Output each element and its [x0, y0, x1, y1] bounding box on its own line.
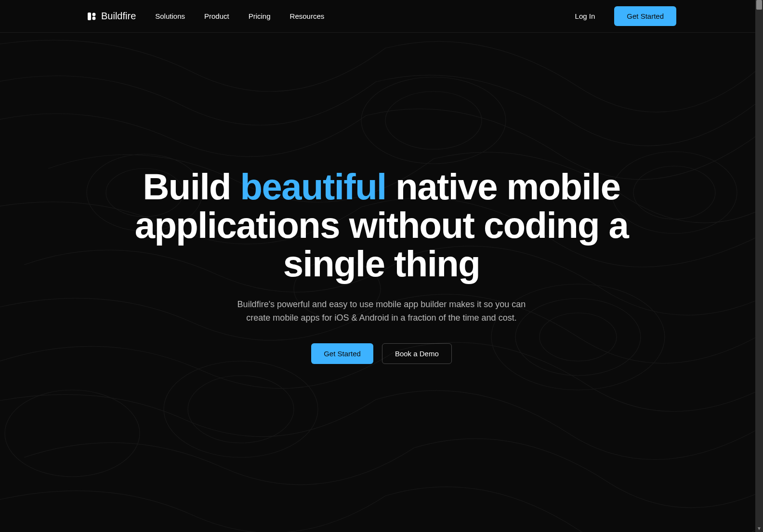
svg-point-15: [92, 16, 96, 20]
hero-get-started-button[interactable]: Get Started: [311, 343, 373, 364]
svg-point-7: [164, 361, 318, 457]
buildfire-logo-icon: [87, 12, 96, 21]
svg-rect-13: [88, 13, 91, 20]
svg-point-8: [188, 376, 294, 443]
nav-right: Log In Get Started: [575, 6, 676, 26]
scrollbar-thumb[interactable]: [756, 0, 762, 10]
hero-book-demo-button[interactable]: Book a Demo: [382, 343, 452, 364]
scroll-down-arrow-icon[interactable]: ▼: [755, 524, 763, 532]
scrollbar-track[interactable]: ▲ ▼: [755, 0, 763, 532]
brand-logo[interactable]: Buildfire: [87, 11, 136, 22]
nav-links: Solutions Product Pricing Resources: [155, 12, 324, 20]
svg-point-14: [92, 13, 96, 16]
nav-link-product[interactable]: Product: [204, 12, 229, 20]
hero-title-pre: Build: [143, 166, 240, 207]
nav-link-pricing[interactable]: Pricing: [249, 12, 271, 20]
nav-left: Buildfire Solutions Product Pricing Reso…: [87, 11, 324, 22]
hero-subtitle: Buildfire's powerful and easy to use mob…: [232, 298, 531, 325]
nav-link-resources[interactable]: Resources: [290, 12, 325, 20]
svg-point-9: [5, 390, 140, 477]
brand-name: Buildfire: [101, 11, 136, 22]
hero-title: Build beautiful native mobile applicatio…: [117, 168, 646, 283]
hero-section: Build beautiful native mobile applicatio…: [0, 33, 763, 364]
hero-buttons: Get Started Book a Demo: [311, 343, 452, 364]
nav-get-started-button[interactable]: Get Started: [614, 6, 676, 26]
login-link[interactable]: Log In: [575, 12, 595, 20]
nav-link-solutions[interactable]: Solutions: [155, 12, 185, 20]
navbar: Buildfire Solutions Product Pricing Reso…: [0, 0, 763, 33]
hero-title-highlight: beautiful: [240, 166, 386, 207]
